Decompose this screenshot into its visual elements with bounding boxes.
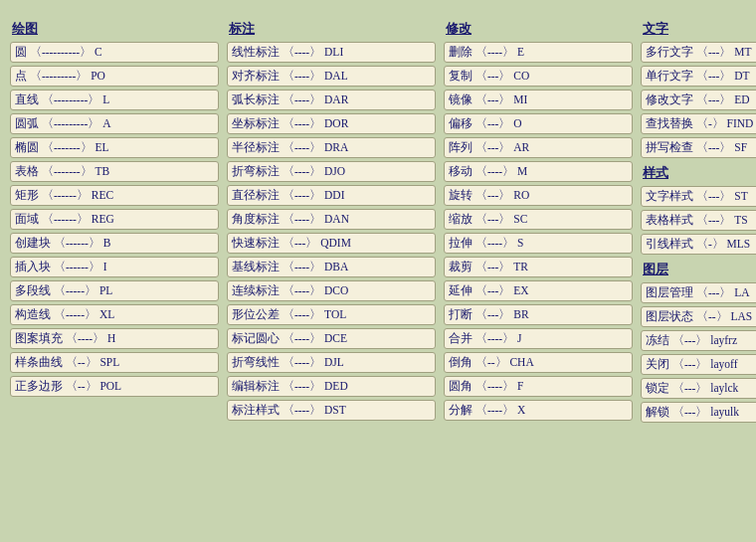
list-item: 直径标注 〈----〉 DDI <box>227 185 436 206</box>
list-item: 矩形 〈------〉 REC <box>10 185 219 206</box>
list-item: 删除 〈----〉 E <box>444 42 633 63</box>
list-item: 冻结 〈---〉 layfrz <box>641 330 756 351</box>
list-item: 角度标注 〈----〉 DAN <box>227 209 436 230</box>
list-item: 多段线 〈-----〉 PL <box>10 280 219 301</box>
list-item: 构造线 〈-----〉 XL <box>10 304 219 325</box>
list-item: 锁定 〈---〉 laylck <box>641 378 756 399</box>
section-right: 文字 多行文字 〈---〉 MT单行文字 〈---〉 DT修改文字 〈---〉 … <box>641 20 756 426</box>
list-item: 缩放 〈---〉 SC <box>444 209 633 230</box>
list-item: 裁剪 〈---〉 TR <box>444 257 633 277</box>
list-item: 阵列 〈---〉 AR <box>444 137 633 158</box>
section-dim-title: 标注 <box>227 20 436 38</box>
section-modify: 修改 删除 〈----〉 E复制 〈---〉 CO镜像 〈---〉 MI偏移 〈… <box>444 20 633 424</box>
list-item: 插入块 〈------〉 I <box>10 257 219 277</box>
list-item: 弧长标注 〈----〉 DAR <box>227 90 436 110</box>
list-item: 正多边形 〈--〉 POL <box>10 376 219 397</box>
section-dim: 标注 线性标注 〈----〉 DLI对齐标注 〈----〉 DAL弧长标注 〈-… <box>227 20 436 424</box>
list-item: 倒角 〈--〉 CHA <box>444 352 633 373</box>
section-modify-title: 修改 <box>444 20 633 38</box>
list-item: 标记圆心 〈----〉 DCE <box>227 328 436 349</box>
list-item: 修改文字 〈---〉 ED <box>641 90 756 110</box>
list-item: 连续标注 〈----〉 DCO <box>227 280 436 301</box>
list-item: 镜像 〈---〉 MI <box>444 90 633 110</box>
list-item: 拉伸 〈----〉 S <box>444 233 633 254</box>
list-item: 坐标标注 〈----〉 DOR <box>227 113 436 134</box>
list-item: 创建块 〈------〉 B <box>10 233 219 254</box>
list-item: 图层状态 〈--〉 LAS <box>641 306 756 327</box>
main-grid: 绘图 圆 〈----------〉 C点 〈---------〉 PO直线 〈-… <box>10 20 746 426</box>
list-item: 样条曲线 〈--〉 SPL <box>10 352 219 373</box>
list-item: 线性标注 〈----〉 DLI <box>227 42 436 63</box>
section-text-title: 文字 <box>641 20 756 38</box>
list-item: 复制 〈---〉 CO <box>444 66 633 87</box>
list-item: 图层管理 〈---〉 LA <box>641 282 756 303</box>
list-item: 点 〈---------〉 PO <box>10 66 219 87</box>
section-draw-items: 圆 〈----------〉 C点 〈---------〉 PO直线 〈----… <box>10 42 219 397</box>
list-item: 移动 〈----〉 M <box>444 161 633 182</box>
list-item: 引线样式 〈-〉 MLS <box>641 234 756 255</box>
section-style: 样式 文字样式 〈---〉 ST表格样式 〈---〉 TS引线样式 〈-〉 ML… <box>641 164 756 255</box>
list-item: 折弯标注 〈----〉 DJO <box>227 161 436 182</box>
list-item: 折弯线性 〈----〉 DJL <box>227 352 436 373</box>
list-item: 圆角 〈----〉 F <box>444 376 633 397</box>
list-item: 形位公差 〈----〉 TOL <box>227 304 436 325</box>
list-item: 快速标注 〈---〉 QDIM <box>227 233 436 254</box>
section-layer-title: 图层 <box>641 261 756 278</box>
section-style-title: 样式 <box>641 164 756 182</box>
section-dim-items: 线性标注 〈----〉 DLI对齐标注 〈----〉 DAL弧长标注 〈----… <box>227 42 436 421</box>
list-item: 拼写检查 〈---〉 SF <box>641 137 756 158</box>
list-item: 椭圆 〈-------〉 EL <box>10 137 219 158</box>
section-layer: 图层 图层管理 〈---〉 LA图层状态 〈--〉 LAS冻结 〈---〉 la… <box>641 261 756 423</box>
list-item: 关闭 〈---〉 layoff <box>641 354 756 375</box>
list-item: 单行文字 〈---〉 DT <box>641 66 756 87</box>
list-item: 基线标注 〈----〉 DBA <box>227 257 436 277</box>
list-item: 标注样式 〈----〉 DST <box>227 400 436 421</box>
section-layer-items: 图层管理 〈---〉 LA图层状态 〈--〉 LAS冻结 〈---〉 layfr… <box>641 282 756 423</box>
list-item: 圆 〈----------〉 C <box>10 42 219 63</box>
list-item: 编辑标注 〈----〉 DED <box>227 376 436 397</box>
list-item: 偏移 〈---〉 O <box>444 113 633 134</box>
list-item: 图案填充 〈----〉 H <box>10 328 219 349</box>
section-draw: 绘图 圆 〈----------〉 C点 〈---------〉 PO直线 〈-… <box>10 20 219 400</box>
list-item: 合并 〈----〉 J <box>444 328 633 349</box>
section-draw-title: 绘图 <box>10 20 219 38</box>
list-item: 分解 〈----〉 X <box>444 400 633 421</box>
list-item: 对齐标注 〈----〉 DAL <box>227 66 436 87</box>
section-text-items: 多行文字 〈---〉 MT单行文字 〈---〉 DT修改文字 〈---〉 ED查… <box>641 42 756 158</box>
section-modify-items: 删除 〈----〉 E复制 〈---〉 CO镜像 〈---〉 MI偏移 〈---… <box>444 42 633 421</box>
list-item: 解锁 〈---〉 layulk <box>641 402 756 423</box>
list-item: 查找替换 〈-〉 FIND <box>641 113 756 134</box>
list-item: 表格样式 〈---〉 TS <box>641 210 756 231</box>
list-item: 打断 〈---〉 BR <box>444 304 633 325</box>
list-item: 延伸 〈---〉 EX <box>444 280 633 301</box>
list-item: 旋转 〈---〉 RO <box>444 185 633 206</box>
section-text: 文字 多行文字 〈---〉 MT单行文字 〈---〉 DT修改文字 〈---〉 … <box>641 20 756 158</box>
list-item: 文字样式 〈---〉 ST <box>641 186 756 207</box>
list-item: 半径标注 〈----〉 DRA <box>227 137 436 158</box>
list-item: 表格 〈-------〉 TB <box>10 161 219 182</box>
list-item: 面域 〈------〉 REG <box>10 209 219 230</box>
list-item: 多行文字 〈---〉 MT <box>641 42 756 63</box>
list-item: 圆弧 〈---------〉 A <box>10 113 219 134</box>
list-item: 直线 〈---------〉 L <box>10 90 219 110</box>
section-style-items: 文字样式 〈---〉 ST表格样式 〈---〉 TS引线样式 〈-〉 MLS <box>641 186 756 255</box>
